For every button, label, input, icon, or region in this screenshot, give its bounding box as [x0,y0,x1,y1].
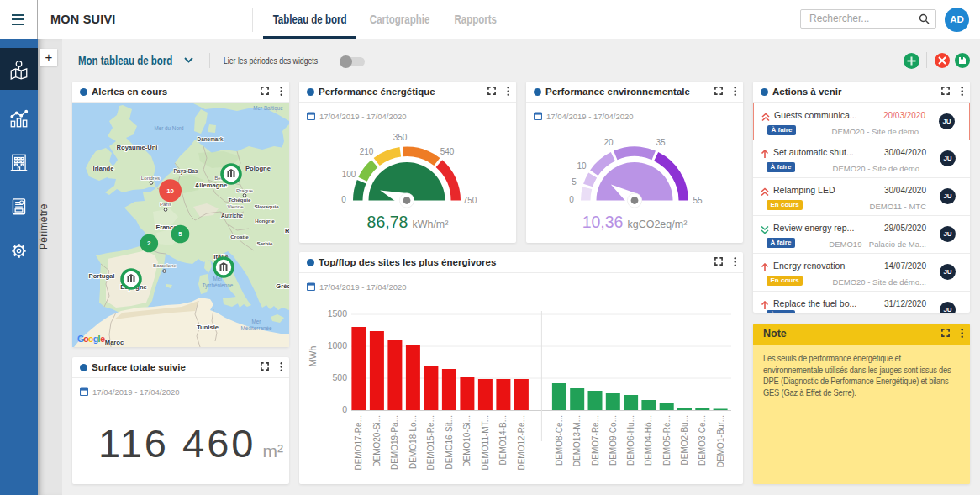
svg-text:DEMO13-M...: DEMO13-M... [572,415,582,466]
svg-text:Maroc: Maroc [105,339,124,346]
svg-text:DEMO17-Re...: DEMO17-Re... [354,415,363,471]
svg-text:DEMO16-Sit...: DEMO16-Sit... [445,415,454,469]
svg-text:Pologne: Pologne [245,165,271,172]
svg-text:DEMO4-Hô...: DEMO4-Hô... [644,415,653,466]
svg-text:Danemark: Danemark [198,136,224,142]
svg-text:Vienne: Vienne [227,203,244,209]
svg-text:DEMO3-Ce...: DEMO3-Ce... [698,415,707,466]
svg-text:500: 500 [332,372,347,382]
svg-text:Prague: Prague [236,187,254,193]
svg-text:750: 750 [463,196,477,205]
svg-text:0: 0 [342,404,347,414]
svg-text:55: 55 [693,196,703,205]
svg-text:DEMO18-Lo...: DEMO18-Lo... [408,415,418,469]
svg-text:DEMO6-Hu...: DEMO6-Hu... [626,415,635,466]
svg-text:Tyrrhénienne: Tyrrhénienne [203,282,234,289]
svg-text:5: 5 [178,230,182,238]
svg-text:0: 0 [341,195,346,204]
svg-text:DEMO8-Ce...: DEMO8-Ce... [555,415,564,466]
svg-text:DEMO12-Ré...: DEMO12-Ré... [517,415,526,471]
svg-text:Tchéquie: Tchéquie [229,197,251,203]
svg-text:Royaume-Uni: Royaume-Uni [117,144,158,151]
svg-text:Croatie: Croatie [230,234,249,240]
svg-text:20: 20 [603,138,614,147]
svg-text:Méditerranée: Méditerranée [240,325,272,331]
svg-text:DEMO1-Bur...: DEMO1-Bur... [716,415,725,467]
svg-text:Allemagne: Allemagne [195,182,227,189]
svg-text:DEMO2-Bu...: DEMO2-Bu... [680,415,689,465]
svg-text:Serbie: Serbie [257,240,273,246]
svg-text:Mer: Mer [252,319,261,324]
svg-text:10: 10 [577,161,587,171]
svg-text:Slovaquie: Slovaquie [254,203,279,209]
svg-text:DEMO11-MT...: DEMO11-MT... [481,415,490,470]
svg-text:540: 540 [440,147,455,156]
svg-text:Portugal: Portugal [89,272,115,280]
svg-text:e: e [100,334,105,344]
svg-text:Grèc: Grèc [276,282,289,290]
svg-text:DEMO7-Re...: DEMO7-Re... [591,415,600,466]
svg-text:Londres: Londres [141,175,160,181]
svg-text:Autriche: Autriche [221,213,243,219]
svg-text:DEMO5-Ré...: DEMO5-Ré... [662,415,672,466]
svg-text:Tunisie: Tunisie [197,324,219,331]
svg-text:Barcelone: Barcelone [153,262,177,268]
svg-text:Irlande: Irlande [93,165,114,172]
svg-text:210: 210 [360,147,374,156]
svg-text:2: 2 [147,240,151,247]
svg-text:DEMO9-Co...: DEMO9-Co... [609,415,618,466]
svg-text:DEMO19-Pa...: DEMO19-Pa... [390,415,399,470]
svg-text:1000: 1000 [328,340,348,350]
svg-text:1500: 1500 [328,308,348,319]
svg-text:350: 350 [393,133,408,142]
svg-text:Mer du Nord: Mer du Nord [155,125,184,131]
svg-text:MWh: MWh [308,346,318,367]
svg-text:Pays-Bas: Pays-Bas [174,168,198,175]
svg-text:5: 5 [572,177,577,187]
svg-text:35: 35 [656,138,666,147]
svg-text:DEMO20-Si...: DEMO20-Si... [372,415,382,467]
svg-text:DEMO10-Si...: DEMO10-Si... [462,415,472,467]
svg-text:0: 0 [569,195,574,204]
svg-text:Mer Baltique: Mer Baltique [253,105,283,112]
svg-text:DEMO15-Re...: DEMO15-Re... [426,415,435,471]
svg-text:DEMO14-B...: DEMO14-B... [498,415,508,465]
svg-text:10: 10 [166,187,174,195]
svg-text:100: 100 [342,170,356,179]
svg-text:Ro: Ro [285,227,289,234]
svg-text:Hongrie: Hongrie [255,218,275,224]
